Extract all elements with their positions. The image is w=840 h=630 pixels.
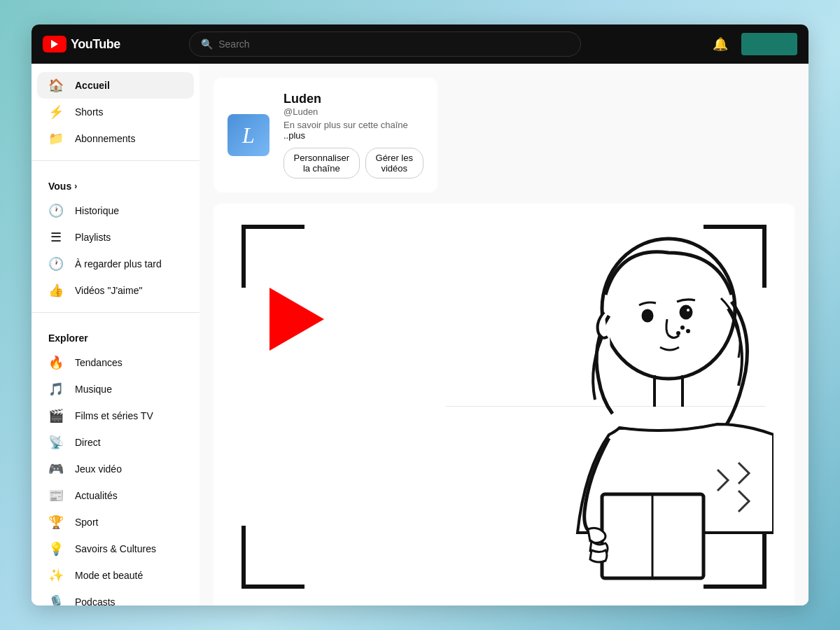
sidebar-label-abonnements: Abonnements [75, 133, 135, 144]
search-input[interactable] [218, 38, 569, 50]
history-icon: 🕐 [48, 203, 64, 218]
sidebar-label-tendances: Tendances [75, 357, 122, 368]
channel-card: L Luden @Luden En savoir plus sur cette … [214, 78, 438, 192]
films-icon: 🎬 [48, 408, 64, 424]
trending-icon: 🔥 [48, 355, 64, 370]
sidebar-item-mode[interactable]: ✨ Mode et beauté [37, 562, 194, 589]
main-layout: 🏠 Accueil ⚡ Shorts 📁 Abonnements Vous › … [31, 64, 808, 606]
channel-actions: Personnaliser la chaîne Gérer les vidéos [284, 148, 424, 178]
channel-handle: @Luden [284, 106, 424, 117]
explorer-section-title: Explorer [31, 321, 200, 349]
liked-videos-icon: 👍 [48, 283, 64, 298]
fashion-icon: ✨ [48, 568, 64, 583]
sidebar-label-mode: Mode et beauté [75, 570, 143, 581]
sidebar-item-jeux-video[interactable]: 🎮 Jeux vidéo [37, 456, 194, 482]
corner-bracket-tl [241, 225, 304, 288]
sidebar-label-actualites: Actualités [75, 490, 118, 501]
sidebar-item-regarder-plus-tard[interactable]: 🕐 À regarder plus tard [37, 251, 194, 277]
sidebar-item-accueil[interactable]: 🏠 Accueil [37, 72, 194, 99]
shorts-icon: ⚡ [48, 104, 64, 120]
sidebar-label-direct: Direct [75, 437, 101, 448]
sidebar-item-tendances[interactable]: 🔥 Tendances [37, 349, 194, 376]
sidebar-label-films: Films et séries TV [75, 410, 153, 421]
svg-point-3 [643, 310, 652, 321]
header-right: 🔔 [708, 31, 797, 57]
sidebar-item-historique[interactable]: 🕐 Historique [37, 197, 194, 224]
sidebar-label-sport: Sport [75, 517, 98, 528]
sidebar-item-savoirs[interactable]: 💡 Savoirs & Cultures [37, 536, 194, 562]
svg-point-4 [680, 326, 685, 330]
sidebar-item-films-series[interactable]: 🎬 Films et séries TV [37, 402, 194, 429]
sidebar-item-videos-jaime[interactable]: 👍 Vidéos "J'aime" [37, 277, 194, 304]
sidebar-item-sport[interactable]: 🏆 Sport [37, 509, 194, 536]
sidebar-label-accueil: Accueil [75, 80, 110, 91]
vous-section-title[interactable]: Vous › [31, 169, 200, 197]
search-bar[interactable]: 🔍 [189, 31, 581, 57]
svg-point-5 [686, 329, 690, 333]
notification-icon: 🔔 [713, 36, 728, 52]
sidebar-item-musique[interactable]: 🎵 Musique [37, 376, 194, 402]
vous-arrow-icon: › [74, 181, 77, 191]
podcast-icon: 🎙️ [48, 594, 64, 606]
customize-channel-button[interactable]: Personnaliser la chaîne [284, 148, 360, 178]
gaming-icon: 🎮 [48, 461, 64, 477]
sidebar-label-jeux: Jeux vidéo [75, 463, 122, 475]
svg-point-1 [680, 306, 692, 318]
channel-info: Luden @Luden En savoir plus sur cette ch… [284, 92, 424, 178]
manage-videos-button[interactable]: Gérer les vidéos [365, 148, 424, 178]
user-avatar[interactable] [741, 33, 797, 55]
sidebar-item-actualites[interactable]: 📰 Actualités [37, 482, 194, 509]
svg-point-2 [687, 309, 690, 312]
header: YouTube 🔍 🔔 [31, 24, 808, 64]
notification-button[interactable]: 🔔 [708, 31, 733, 57]
divider-2 [31, 312, 200, 313]
live-icon: 📡 [48, 435, 64, 450]
play-button-large[interactable] [270, 288, 324, 351]
sidebar-item-abonnements[interactable]: 📁 Abonnements [37, 125, 194, 152]
character-illustration [479, 218, 774, 606]
subscriptions-icon: 📁 [48, 131, 64, 146]
sidebar-item-playlists[interactable]: ☰ Playlists [37, 224, 194, 251]
sidebar-item-podcasts[interactable]: 🎙️ Podcasts [37, 589, 194, 606]
sidebar-label-regarder: À regarder plus tard [75, 258, 162, 270]
channel-avatar: L [227, 114, 270, 156]
sidebar-item-shorts[interactable]: ⚡ Shorts [37, 99, 194, 125]
home-icon: 🏠 [48, 78, 64, 93]
search-icon: 🔍 [201, 38, 213, 50]
video-illustration [214, 204, 794, 606]
youtube-logo[interactable]: YouTube [43, 36, 120, 52]
youtube-logo-text: YouTube [71, 37, 120, 52]
playlists-icon: ☰ [48, 230, 64, 245]
knowledge-icon: 💡 [48, 541, 64, 556]
channel-name: Luden [284, 92, 424, 106]
sidebar-label-shorts: Shorts [75, 106, 103, 118]
search-container: 🔍 [189, 31, 581, 57]
corner-bracket-bl [241, 526, 304, 589]
video-container [214, 204, 794, 606]
content-area: L Luden @Luden En savoir plus sur cette … [200, 64, 808, 606]
sidebar: 🏠 Accueil ⚡ Shorts 📁 Abonnements Vous › … [31, 64, 200, 606]
svg-point-6 [676, 331, 680, 335]
sidebar-label-playlists: Playlists [75, 232, 111, 243]
youtube-logo-icon [43, 36, 66, 52]
divider-1 [31, 160, 200, 161]
watch-later-icon: 🕐 [48, 256, 64, 272]
sidebar-item-direct[interactable]: 📡 Direct [37, 429, 194, 456]
channel-description: En savoir plus sur cette chaîne ..plus [284, 120, 424, 141]
more-link[interactable]: ..plus [284, 130, 305, 141]
sidebar-label-historique: Historique [75, 205, 119, 216]
browser-window: YouTube 🔍 🔔 🏠 Accueil ⚡ Shor [31, 24, 808, 606]
sport-icon: 🏆 [48, 514, 64, 530]
music-icon: 🎵 [48, 382, 64, 397]
sidebar-label-savoirs: Savoirs & Cultures [75, 543, 156, 554]
sidebar-label-videos-jaime: Vidéos "J'aime" [75, 285, 142, 296]
sidebar-label-podcasts: Podcasts [75, 596, 115, 606]
news-icon: 📰 [48, 488, 64, 503]
sidebar-label-musique: Musique [75, 384, 112, 395]
